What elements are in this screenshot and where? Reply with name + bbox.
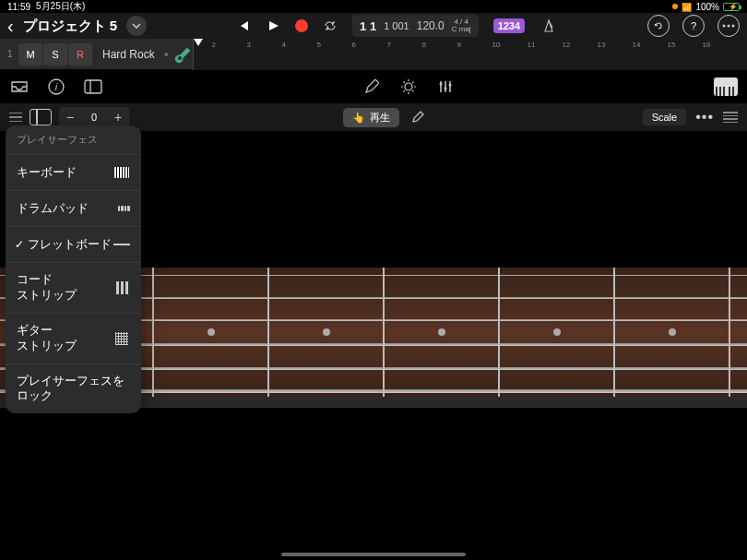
cycle-button[interactable]: [323, 18, 338, 33]
ruler-mark: 13: [598, 41, 606, 49]
project-dropdown[interactable]: [126, 16, 147, 36]
svg-point-10: [445, 88, 447, 90]
help-button[interactable]: ?: [682, 15, 705, 37]
project-title[interactable]: プロジェクト 5: [23, 18, 118, 35]
split-view-toggle[interactable]: [30, 109, 52, 125]
svg-point-0: [723, 25, 726, 28]
popover-item-fretboard[interactable]: フレットボード: [6, 226, 141, 262]
keyboard-view-toggle[interactable]: [714, 77, 738, 96]
status-time: 11:59: [7, 2, 30, 12]
pencil-tool-icon[interactable]: [362, 77, 382, 97]
ruler-mark: 7: [387, 41, 391, 49]
guitar-strip-icon: [113, 332, 130, 345]
autoplay-button[interactable]: 👆 再生: [343, 108, 399, 127]
svg-point-3: [178, 56, 182, 60]
popover-header: プレイサーフェス: [6, 125, 141, 154]
edit-pencil-button[interactable]: [407, 106, 429, 128]
library-icon[interactable]: [83, 77, 103, 97]
title-bar: ‹ プロジェクト 5 1 1 1 001 120.0 4 / 4 C maj 1…: [0, 13, 747, 39]
svg-point-1: [728, 25, 730, 28]
svg-text:i: i: [55, 81, 58, 92]
battery-percent: 100%: [695, 2, 719, 12]
octave-up-button[interactable]: +: [107, 107, 129, 127]
track-header: 1 M S R Hard Rock • 23456789101112131415…: [0, 39, 747, 70]
record-button[interactable]: [295, 19, 308, 32]
popover-item-drumpad[interactable]: ドラムパッド: [6, 190, 141, 226]
ruler-mark: 2: [212, 41, 216, 49]
fret-dot: [553, 328, 561, 336]
ruler-mark: 6: [352, 41, 356, 49]
keyboard-icon: [113, 166, 130, 179]
fretboard-icon: [113, 238, 130, 251]
play-surface-popover: プレイサーフェス キーボード ドラムパッド フレットボード コード ストリップ …: [6, 125, 141, 413]
popover-item-chord-strip[interactable]: コード ストリップ: [6, 262, 141, 313]
timeline-ruler[interactable]: 2345678910111213141516: [193, 39, 747, 70]
svg-point-9: [440, 83, 443, 86]
status-date: 5月25日(木): [36, 0, 85, 13]
octave-down-button[interactable]: −: [59, 107, 81, 127]
solo-button[interactable]: S: [43, 43, 67, 66]
ruler-mark: 9: [457, 41, 461, 49]
play-button[interactable]: [266, 18, 280, 33]
lcd-key: C maj: [452, 26, 471, 33]
undo-button[interactable]: [647, 15, 670, 37]
fret: [267, 268, 269, 397]
svg-point-2: [732, 25, 735, 28]
svg-point-8: [405, 83, 412, 90]
record-enable-button[interactable]: R: [68, 43, 92, 66]
chord-strip-icon: [113, 281, 130, 294]
autoplay-label: 再生: [370, 111, 390, 125]
fret: [383, 268, 385, 397]
fret-dot: [438, 328, 445, 336]
fret-dot: [323, 328, 330, 336]
fret-dot: [208, 328, 215, 336]
guitar-instrument-icon[interactable]: [174, 45, 193, 64]
ruler-mark: 16: [703, 41, 711, 49]
more-options-button[interactable]: •••: [695, 109, 714, 125]
fret: [498, 268, 500, 397]
goto-start-button[interactable]: [236, 18, 251, 33]
fret-dot: [669, 328, 676, 336]
recording-indicator-dot: [672, 4, 678, 9]
lcd-bars: 1 1: [360, 19, 376, 33]
lcd-tempo: 120.0: [417, 19, 445, 32]
status-bar: 11:59 5月25日(木) 100% ⚡: [0, 0, 747, 13]
ruler-mark: 14: [633, 41, 641, 49]
drumpad-icon: [117, 202, 130, 215]
ruler-mark: 10: [492, 41, 501, 49]
fret: [613, 268, 615, 397]
ruler-mark: 5: [317, 41, 321, 49]
info-icon[interactable]: i: [46, 77, 66, 97]
fret: [729, 268, 730, 397]
ruler-mark: 8: [422, 41, 426, 49]
mute-button[interactable]: M: [18, 43, 42, 66]
popover-item-guitar-strip[interactable]: ギター ストリップ: [6, 313, 141, 363]
scale-button[interactable]: Scale: [643, 109, 687, 125]
view-lines-button[interactable]: [723, 112, 738, 123]
transport-controls: 1 1 1 001 120.0 4 / 4 C maj 1234: [236, 15, 558, 37]
svg-point-11: [449, 84, 452, 87]
settings-button[interactable]: [717, 15, 740, 37]
svg-rect-6: [85, 80, 101, 93]
lcd-display[interactable]: 1 1 1 001 120.0 4 / 4 C maj: [352, 15, 479, 37]
popover-item-lock[interactable]: プレイサーフェスを ロック: [6, 363, 141, 414]
play-surface-menu-button[interactable]: [9, 113, 22, 123]
battery-icon: ⚡: [723, 3, 740, 11]
back-button[interactable]: ‹: [7, 16, 14, 37]
count-in-button[interactable]: 1234: [493, 18, 525, 33]
input-monitor-icon[interactable]: •: [164, 47, 169, 62]
ruler-mark: 11: [528, 41, 536, 49]
popover-item-keyboard[interactable]: キーボード: [6, 154, 141, 190]
editor-toolbar: i: [0, 70, 747, 103]
inbox-icon[interactable]: [9, 77, 30, 97]
ruler-mark: 12: [563, 41, 571, 49]
brightness-icon[interactable]: [398, 77, 419, 97]
mixer-icon[interactable]: [435, 77, 456, 97]
lcd-beats: 1 001: [384, 20, 409, 31]
track-name[interactable]: Hard Rock: [93, 48, 164, 61]
ruler-mark: 15: [668, 41, 676, 49]
metronome-button[interactable]: [540, 17, 558, 35]
svg-point-4: [49, 79, 64, 94]
home-indicator[interactable]: [281, 553, 466, 556]
octave-stepper: − 0 +: [59, 107, 129, 127]
